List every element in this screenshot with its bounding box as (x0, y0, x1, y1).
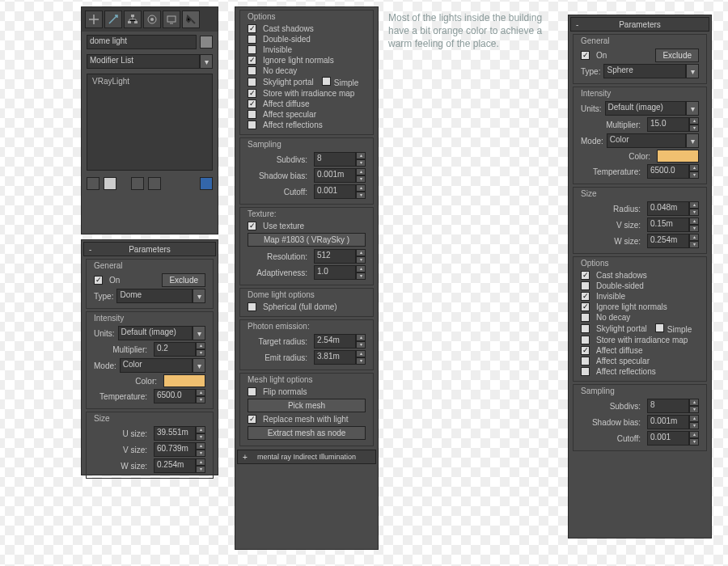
target-radius-spinner[interactable]: 2.54m (314, 334, 356, 348)
shadow-bias-spinner[interactable]: 0.001m (314, 168, 356, 183)
subdivs-spinner[interactable]: 8 (314, 152, 356, 167)
option-checkbox[interactable] (581, 367, 590, 376)
spin-up-icon[interactable]: ▴ (689, 117, 699, 125)
dropdown-icon[interactable]: ▾ (193, 289, 205, 303)
option-checkbox[interactable] (581, 302, 590, 311)
units-select[interactable]: Default (image) (605, 101, 686, 116)
dropdown-icon[interactable]: ▾ (686, 133, 699, 148)
spin-down-icon[interactable]: ▾ (689, 406, 699, 413)
create-tab-icon[interactable] (85, 11, 103, 28)
modifier-list-select[interactable]: Modifier List (87, 54, 200, 69)
spin-up-icon[interactable]: ▴ (356, 168, 366, 175)
temperature-spinner[interactable]: 6500.0 (154, 389, 196, 403)
option-checkbox[interactable] (581, 292, 590, 301)
mode-select[interactable]: Color (120, 358, 193, 373)
option-checkbox[interactable] (581, 281, 590, 290)
subdivs-spinner[interactable]: 8 (647, 399, 689, 413)
spin-down-icon[interactable]: ▾ (356, 357, 366, 365)
spin-down-icon[interactable]: ▾ (196, 466, 205, 473)
option-checkbox[interactable] (581, 324, 590, 333)
spin-up-icon[interactable]: ▴ (689, 218, 699, 225)
flip-normals-checkbox[interactable] (248, 387, 256, 396)
cutoff-spinner[interactable]: 0.001 (647, 431, 689, 446)
motion-tab-icon[interactable] (143, 11, 161, 28)
spin-up-icon[interactable]: ▴ (356, 152, 366, 159)
spin-down-icon[interactable]: ▾ (356, 159, 366, 167)
spin-up-icon[interactable]: ▴ (196, 426, 205, 433)
parameters-rollout-header[interactable]: -Parameters (570, 17, 709, 32)
spin-down-icon[interactable]: ▾ (689, 209, 699, 216)
option-checkbox[interactable] (581, 346, 590, 355)
make-unique-icon[interactable] (131, 177, 144, 190)
color-swatch[interactable] (657, 150, 699, 163)
show-end-result-icon[interactable] (104, 177, 116, 190)
exclude-button[interactable]: Exclude (162, 273, 205, 287)
dropdown-icon[interactable]: ▾ (686, 64, 699, 78)
option-checkbox[interactable] (248, 99, 256, 108)
multiplier-spinner[interactable]: 0.2 (154, 342, 196, 357)
option-checkbox[interactable] (581, 357, 590, 365)
spin-down-icon[interactable]: ▾ (196, 433, 205, 441)
option-checkbox[interactable] (581, 271, 590, 280)
dropdown-icon[interactable]: ▾ (193, 358, 205, 373)
on-checkbox[interactable] (94, 276, 103, 285)
spin-down-icon[interactable]: ▾ (689, 438, 699, 446)
spin-down-icon[interactable]: ▾ (689, 125, 699, 132)
option-checkbox[interactable] (248, 56, 256, 65)
option-checkbox[interactable] (248, 110, 256, 119)
dropdown-icon[interactable]: ▾ (686, 101, 699, 116)
spin-up-icon[interactable]: ▴ (689, 431, 699, 438)
stack-item[interactable]: VRayLight (87, 74, 212, 88)
v-size-spinner[interactable]: 60.739m (154, 442, 196, 457)
spin-down-icon[interactable]: ▾ (196, 450, 205, 457)
option-checkbox[interactable] (248, 120, 256, 129)
display-tab-icon[interactable] (163, 11, 180, 28)
spin-up-icon[interactable]: ▴ (196, 342, 205, 349)
resolution-spinner[interactable]: 512 (314, 249, 356, 264)
pin-stack-icon[interactable] (87, 177, 99, 190)
spin-up-icon[interactable]: ▴ (196, 389, 205, 396)
utilities-tab-icon[interactable] (182, 11, 200, 28)
w-size-spinner[interactable]: 0.254m (647, 234, 689, 248)
cutoff-spinner[interactable]: 0.001 (314, 184, 356, 199)
spin-up-icon[interactable]: ▴ (689, 415, 699, 422)
option-checkbox[interactable] (581, 313, 590, 322)
spherical-checkbox[interactable] (248, 302, 256, 311)
spin-up-icon[interactable]: ▴ (356, 265, 366, 272)
on-checkbox[interactable] (581, 51, 590, 60)
type-select[interactable]: Dome (116, 289, 193, 303)
spin-up-icon[interactable]: ▴ (356, 334, 366, 341)
option-checkbox[interactable] (248, 24, 256, 33)
simple-checkbox[interactable] (655, 323, 664, 332)
spin-down-icon[interactable]: ▾ (356, 272, 366, 280)
simple-checkbox[interactable] (322, 77, 331, 86)
w-size-spinner[interactable]: 0.254m (154, 458, 196, 473)
emit-radius-spinner[interactable]: 3.81m (314, 350, 356, 365)
spin-up-icon[interactable]: ▴ (689, 164, 699, 171)
spin-down-icon[interactable]: ▾ (689, 171, 699, 179)
spin-up-icon[interactable]: ▴ (356, 350, 366, 357)
texture-map-button[interactable]: Map #1803 ( VRaySky ) (248, 233, 366, 247)
dropdown-icon[interactable]: ▾ (193, 326, 205, 340)
spin-up-icon[interactable]: ▴ (689, 201, 699, 209)
radius-spinner[interactable]: 0.048m (647, 201, 689, 216)
units-select[interactable]: Default (image) (118, 326, 193, 340)
spin-down-icon[interactable]: ▾ (689, 241, 699, 248)
remove-modifier-icon[interactable] (148, 177, 161, 190)
hierarchy-tab-icon[interactable] (124, 11, 142, 28)
multiplier-spinner[interactable]: 15.0 (647, 117, 689, 132)
mode-select[interactable]: Color (607, 133, 686, 148)
spin-down-icon[interactable]: ▾ (689, 225, 699, 232)
u-size-spinner[interactable]: 39.551m (154, 426, 196, 441)
color-swatch[interactable] (200, 36, 213, 49)
option-checkbox[interactable] (248, 35, 256, 44)
option-checkbox[interactable] (248, 66, 256, 75)
option-checkbox[interactable] (248, 78, 256, 87)
configure-sets-icon[interactable] (200, 177, 213, 190)
spin-up-icon[interactable]: ▴ (689, 399, 699, 406)
parameters-rollout-header[interactable]: -Parameters (83, 242, 216, 256)
option-checkbox[interactable] (248, 45, 256, 54)
modify-tab-icon[interactable] (104, 11, 122, 28)
spin-down-icon[interactable]: ▾ (356, 341, 366, 348)
use-texture-checkbox[interactable] (248, 222, 256, 230)
